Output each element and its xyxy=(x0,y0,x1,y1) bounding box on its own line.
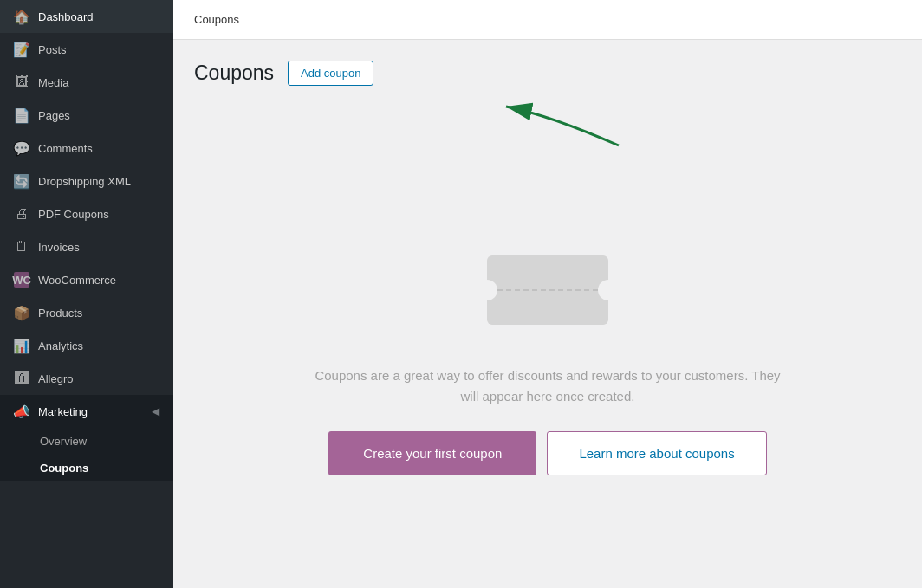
sidebar-item-dropshipping-xml[interactable]: 🔄 Dropshipping XML xyxy=(0,165,173,197)
empty-state-actions: Create your first coupon Learn more abou… xyxy=(328,431,766,475)
sidebar-item-invoices[interactable]: 🗒 Invoices xyxy=(0,230,173,263)
sidebar-item-posts[interactable]: 📝 Posts xyxy=(0,33,173,66)
posts-icon: 📝 xyxy=(14,42,29,57)
pages-icon: 📄 xyxy=(14,107,29,123)
sidebar-item-label: WooCommerce xyxy=(38,274,116,287)
sidebar-item-label: Analytics xyxy=(38,339,83,352)
chevron-right-icon: ◀ xyxy=(152,405,159,417)
media-icon: 🖼 xyxy=(14,74,29,90)
arrow-svg xyxy=(497,98,636,150)
analytics-icon: 📊 xyxy=(14,338,29,353)
submenu-item-coupons[interactable]: Coupons xyxy=(0,455,173,481)
woocommerce-icon: WC xyxy=(14,272,29,288)
marketing-icon: 📣 xyxy=(14,404,29,419)
add-coupon-button[interactable]: Add coupon xyxy=(288,61,373,86)
arrow-annotation xyxy=(497,98,901,150)
sidebar-item-analytics[interactable]: 📊 Analytics xyxy=(0,329,173,362)
learn-more-button[interactable]: Learn more about coupons xyxy=(547,431,766,475)
allegro-icon: 🅰 xyxy=(14,371,29,386)
submenu-item-overview[interactable]: Overview xyxy=(0,428,173,455)
sidebar-item-label: Dropshipping XML xyxy=(38,175,131,188)
sidebar: 🏠 Dashboard 📝 Posts 🖼 Media 📄 Pages 💬 Co… xyxy=(0,0,173,588)
dropshipping-icon: 🔄 xyxy=(14,173,29,189)
sidebar-item-label: Invoices xyxy=(38,241,80,254)
content-area: Coupons Add coupon Cou xyxy=(173,40,922,588)
submenu-item-label: Overview xyxy=(40,435,87,448)
main-content: Coupons Coupons Add coupon xyxy=(173,0,922,588)
coupon-illustration xyxy=(478,242,617,338)
create-coupon-button[interactable]: Create your first coupon xyxy=(328,431,536,475)
sidebar-item-pdf-coupons[interactable]: 🖨 PDF Coupons xyxy=(0,197,173,230)
products-icon: 📦 xyxy=(14,305,29,320)
sidebar-item-label: Media xyxy=(38,76,68,89)
sidebar-item-label: Marketing xyxy=(38,405,88,418)
sidebar-item-pages[interactable]: 📄 Pages xyxy=(0,99,173,132)
sidebar-item-media[interactable]: 🖼 Media xyxy=(0,66,173,99)
marketing-submenu: Overview Coupons xyxy=(0,428,173,481)
sidebar-item-label: Products xyxy=(38,307,82,320)
sidebar-item-label: Dashboard xyxy=(38,10,94,23)
sidebar-item-products[interactable]: 📦 Products xyxy=(0,296,173,329)
sidebar-item-label: Allegro xyxy=(38,372,73,385)
sidebar-item-comments[interactable]: 💬 Comments xyxy=(0,132,173,165)
empty-state: Coupons are a great way to offer discoun… xyxy=(194,150,901,567)
comments-icon: 💬 xyxy=(14,140,29,156)
sidebar-item-label: Comments xyxy=(38,142,93,155)
topbar: Coupons xyxy=(173,0,922,40)
invoices-icon: 🗒 xyxy=(14,239,29,255)
dashboard-icon: 🏠 xyxy=(14,9,29,24)
submenu-item-label: Coupons xyxy=(40,462,88,475)
pdf-coupons-icon: 🖨 xyxy=(14,206,29,222)
sidebar-item-label: Pages xyxy=(38,109,70,122)
page-title: Coupons xyxy=(194,61,274,85)
sidebar-item-woocommerce[interactable]: WC WooCommerce xyxy=(0,263,173,296)
sidebar-item-allegro[interactable]: 🅰 Allegro xyxy=(0,362,173,395)
sidebar-item-label: Posts xyxy=(38,43,67,56)
sidebar-item-dashboard[interactable]: 🏠 Dashboard xyxy=(0,0,173,33)
empty-state-description: Coupons are a great way to offer discoun… xyxy=(305,365,790,407)
sidebar-item-label: PDF Coupons xyxy=(38,208,109,221)
svg-rect-1 xyxy=(487,255,608,325)
sidebar-item-marketing[interactable]: 📣 Marketing ◀ xyxy=(0,395,173,428)
topbar-title: Coupons xyxy=(194,13,239,26)
page-header: Coupons Add coupon xyxy=(194,61,901,86)
